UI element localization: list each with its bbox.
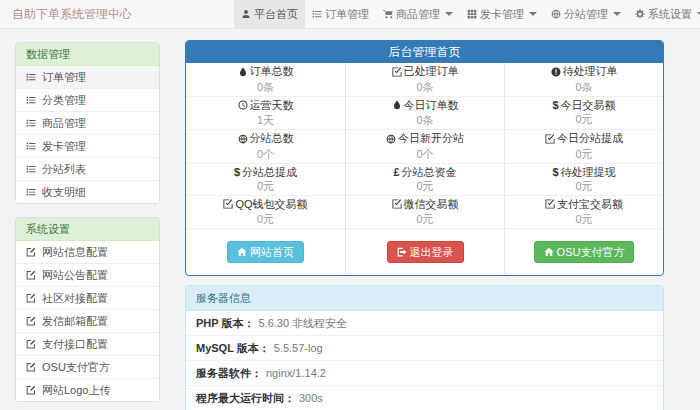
- sidebar-item-site-info-config[interactable]: 网站信息配置: [16, 241, 159, 263]
- stat-value: 0元: [346, 181, 504, 192]
- dollar-icon: $: [552, 167, 558, 178]
- stat-total-orders: 订单总数0条: [186, 63, 345, 96]
- nav-item-substation-management[interactable]: 分站管理: [544, 0, 628, 28]
- sidebar-item-cards[interactable]: 发卡管理: [16, 134, 159, 157]
- nav-item-label: 分站管理: [564, 7, 608, 22]
- stat-label: $今日交易额: [552, 100, 615, 111]
- list-icon: [26, 118, 36, 128]
- tint-icon: [392, 100, 402, 110]
- sidebar-item-community-connect-config[interactable]: 社区对接配置: [16, 286, 159, 309]
- server-row-value: nginx/1.14.2: [266, 367, 326, 379]
- edit-icon: [26, 385, 36, 395]
- sidebar-item-site-announcement-config[interactable]: 网站公告配置: [16, 263, 159, 286]
- server-info-title: 服务器信息: [186, 286, 663, 311]
- pound-icon: £: [393, 167, 399, 178]
- stat-value: 0元: [186, 214, 345, 225]
- stat-label: 已处理订单: [392, 66, 459, 77]
- server-info-list: PHP 版本：5.6.30 非线程安全MySQL 版本：5.5.57-log服务…: [186, 311, 663, 410]
- home-icon: [544, 247, 554, 257]
- tint-icon: [238, 67, 248, 77]
- sidebar-item-label: 订单管理: [42, 71, 86, 83]
- stat-value: 0元: [346, 214, 504, 225]
- nav-item-system-settings[interactable]: 系统设置: [628, 0, 700, 28]
- brand-title[interactable]: 自助下单系统管理中心: [12, 0, 234, 28]
- stat-alipay-transactions: 支付宝交易额0元: [504, 195, 663, 229]
- sidebar-item-label: 商品管理: [42, 117, 86, 129]
- top-navbar: 自助下单系统管理中心 平台首页订单管理商品管理发卡管理分站管理系统设置退出登陆: [0, 0, 700, 29]
- stat-value: 0个: [186, 149, 345, 160]
- sidebar-item-income-expense[interactable]: 收支明细: [16, 180, 159, 203]
- stat-label: $待处理提现: [552, 167, 615, 178]
- nav-item-label: 系统设置: [648, 7, 692, 22]
- dashboard-panel: 后台管理首页 订单总数0条已处理订单0条待处理订单0条运营天数1天今日订单数0条…: [185, 40, 664, 276]
- stat-value: 0条: [186, 82, 345, 93]
- chevron-down-icon: [613, 12, 621, 16]
- chevron-down-icon: [445, 12, 453, 16]
- server-row-label: PHP 版本：: [196, 317, 254, 329]
- sidebar-item-orders[interactable]: 订单管理: [16, 66, 159, 88]
- sidebar-item-label: 分类管理: [42, 94, 86, 106]
- button-cell: 退出登录: [345, 228, 504, 275]
- chevron-down-icon: [529, 12, 537, 16]
- gear-icon: [635, 9, 645, 19]
- stats-grid: 订单总数0条已处理订单0条待处理订单0条运营天数1天今日订单数0条$今日交易额0…: [186, 63, 663, 275]
- nav-item-label: 平台首页: [254, 7, 298, 22]
- server-row-label: 程序最大运行时间：: [196, 392, 295, 404]
- nav-item-product-management[interactable]: 商品管理: [376, 0, 460, 28]
- server-row-value: 5.5.57-log: [274, 342, 323, 354]
- stat-today-new-substations: 今日新开分站0个: [345, 129, 504, 163]
- sidebar-item-label: 社区对接配置: [42, 292, 108, 304]
- stat-label: 分站总数: [238, 133, 294, 144]
- nav-item-platform-home[interactable]: 平台首页: [234, 0, 305, 28]
- sidebar-item-mail-config[interactable]: 发信邮箱配置: [16, 309, 159, 332]
- home-icon: [237, 247, 247, 257]
- sidebar-item-label: 网站Logo上传: [42, 384, 110, 396]
- sidebar-item-label: 发信邮箱配置: [42, 315, 108, 327]
- check-square-icon: [545, 134, 555, 144]
- stat-label: QQ钱包交易额: [223, 199, 307, 210]
- check-square-icon: [545, 199, 555, 209]
- stat-wechat-transactions: 微信交易额0元: [345, 195, 504, 229]
- sidebar-item-site-logo-upload[interactable]: 网站Logo上传: [16, 378, 159, 401]
- server-row-label: 服务器软件：: [196, 367, 262, 379]
- sidebar: 数据管理订单管理分类管理商品管理发卡管理分站列表收支明细系统设置网站信息配置网站…: [15, 42, 160, 410]
- stat-qq-wallet-transactions: QQ钱包交易额0元: [186, 195, 345, 229]
- stat-value: 0元: [186, 181, 345, 192]
- nav-item-card-management[interactable]: 发卡管理: [460, 0, 544, 28]
- sidebar-item-osu-payment-official[interactable]: OSU支付官方: [16, 355, 159, 378]
- list-icon: [26, 187, 36, 197]
- osu-official-button[interactable]: OSU支付官方: [534, 241, 635, 263]
- navbar-menu: 平台首页订单管理商品管理发卡管理分站管理系统设置退出登陆: [234, 0, 700, 28]
- server-info-panel: 服务器信息 PHP 版本：5.6.30 非线程安全MySQL 版本：5.5.57…: [185, 285, 664, 410]
- th-icon: [467, 9, 477, 19]
- nav-item-label: 发卡管理: [480, 7, 524, 22]
- stat-value: 0元: [505, 149, 663, 160]
- list-icon: [26, 72, 36, 82]
- edit-icon: [26, 339, 36, 349]
- sidebar-item-categories[interactable]: 分类管理: [16, 88, 159, 111]
- nav-item-order-management[interactable]: 订单管理: [305, 0, 376, 28]
- stat-processed-orders: 已处理订单0条: [345, 63, 504, 96]
- sidebar-item-label: 支付接口配置: [42, 338, 108, 350]
- list-icon: [312, 9, 322, 19]
- sidebar-item-substation-list[interactable]: 分站列表: [16, 157, 159, 180]
- globe-icon: [238, 134, 248, 144]
- sidebar-item-payment-api-config[interactable]: 支付接口配置: [16, 332, 159, 355]
- server-row-value: 300s: [299, 392, 323, 404]
- sidebar-item-label: 收支明细: [42, 186, 86, 198]
- sidebar-item-products[interactable]: 商品管理: [16, 111, 159, 134]
- exclamation-circle-icon: [551, 67, 561, 77]
- globe-icon: [551, 9, 561, 19]
- stat-today-substation-commission: 今日分站提成0元: [504, 129, 663, 163]
- sidebar-item-label: OSU支付官方: [42, 361, 110, 373]
- list-icon: [26, 164, 36, 174]
- edit-icon: [26, 293, 36, 303]
- site-home-button[interactable]: 网站首页: [227, 241, 304, 263]
- stat-label: £分站总资金: [393, 167, 456, 178]
- stat-label: 支付宝交易额: [545, 199, 623, 210]
- stat-pending-withdrawal: $待处理提现0元: [504, 163, 663, 195]
- edit-icon: [26, 247, 36, 257]
- edit-icon: [26, 270, 36, 280]
- main-content: 后台管理首页 订单总数0条已处理订单0条待处理订单0条运营天数1天今日订单数0条…: [185, 40, 664, 410]
- logout-button[interactable]: 退出登录: [387, 241, 464, 263]
